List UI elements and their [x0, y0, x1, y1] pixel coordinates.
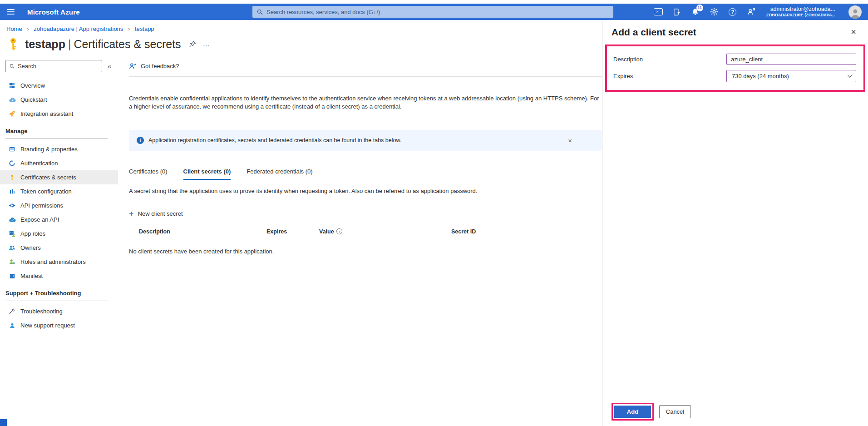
breadcrumb: Home › zohoadapazure | App registrations… [0, 20, 602, 33]
sidebar-item-api-permissions[interactable]: API permissions [0, 198, 118, 213]
cancel-button[interactable]: Cancel [659, 405, 691, 418]
app-roles-icon [8, 230, 16, 238]
col-expires: Expires [266, 228, 319, 235]
panel-title: Add a client secret [612, 27, 859, 38]
content-columns: « Overview Quickstart [0, 54, 602, 332]
nav-item-label: Quickstart [20, 96, 47, 103]
sidebar-item-roles-administrators[interactable]: Roles and administrators [0, 255, 118, 269]
account-menu[interactable]: administrator@zohoada... ZOHOADAPAZURE (… [766, 6, 835, 18]
global-search-input[interactable] [266, 9, 609, 15]
page-body: Home › zohoadapazure | App registrations… [0, 20, 868, 426]
settings-gear-icon[interactable] [710, 7, 719, 16]
token-bars-icon [8, 188, 16, 195]
overview-grid-icon [8, 82, 16, 89]
help-icon[interactable]: ? [728, 7, 737, 16]
directory-filter-icon[interactable] [672, 7, 681, 16]
tab-client-secrets[interactable]: Client secrets (0) [183, 168, 231, 180]
expires-selected-value: 730 days (24 months) [732, 73, 789, 79]
nav-item-label: New support request [20, 322, 75, 329]
collapse-nav-button[interactable]: « [108, 62, 111, 70]
nav-item-label: Owners [20, 244, 41, 251]
nav-item-label: Token configuration [20, 188, 72, 195]
sidebar-item-branding-properties[interactable]: Branding & properties [0, 142, 118, 156]
quickstart-cloud-icon [8, 96, 16, 104]
notifications-icon[interactable]: 11 [691, 7, 700, 16]
got-feedback-label: Got feedback? [141, 63, 179, 69]
add-client-secret-panel: Add a client secret × Description Expire… [602, 20, 868, 426]
notification-count-badge: 11 [696, 5, 703, 11]
breadcrumb-separator: › [128, 25, 130, 32]
nav-item-label: Roles and administrators [20, 258, 86, 265]
credentials-intro-text: Credentials enable confidential applicat… [129, 94, 602, 111]
support-person-icon [8, 322, 16, 329]
brand-title[interactable]: Microsoft Azure [27, 8, 80, 16]
value-info-icon[interactable]: i [336, 228, 342, 234]
sidebar-item-authentication[interactable]: Authentication [0, 156, 118, 170]
sidebar-item-certificates-secrets[interactable]: Certificates & secrets [0, 170, 118, 184]
portal-menu-button[interactable] [0, 4, 21, 20]
feedback-icon[interactable] [747, 7, 756, 16]
pin-icon[interactable] [189, 40, 196, 48]
new-client-secret-button[interactable]: + New client secret [129, 210, 183, 218]
nav-section-support: Support + Troubleshooting [5, 290, 108, 301]
sidebar-item-app-roles[interactable]: App roles [0, 227, 118, 241]
breadcrumb-testapp[interactable]: testapp [135, 25, 154, 32]
content-region: Home › zohoadapazure | App registrations… [0, 20, 602, 426]
page-title-section: Certificates & secrets [74, 38, 181, 50]
manifest-document-icon [8, 272, 16, 280]
panel-actions: Add Cancel [612, 403, 691, 421]
corner-widget [0, 419, 7, 426]
page-title-app: testapp [25, 38, 65, 50]
description-field-label: Description [613, 56, 726, 63]
nav-item-label: API permissions [20, 202, 63, 209]
got-feedback-button[interactable]: Got feedback? [129, 60, 179, 72]
sidebar-item-troubleshooting[interactable]: Troubleshooting [0, 304, 118, 318]
client-secret-description-text: A secret string that the application use… [129, 188, 602, 194]
expires-dropdown[interactable]: 730 days (24 months) [726, 70, 856, 82]
wrench-icon [8, 307, 16, 315]
avatar[interactable] [848, 5, 862, 19]
nav-item-label: App roles [20, 230, 45, 237]
credentials-tabs: Certificates (0) Client secrets (0) Fede… [129, 168, 602, 180]
expires-field-label: Expires [613, 73, 726, 79]
global-search-box[interactable] [252, 6, 613, 18]
info-banner-text: Application registration certificates, s… [148, 137, 401, 144]
nav-search-input[interactable] [18, 63, 98, 69]
col-value: Value i [319, 228, 451, 235]
nav-search-box[interactable] [5, 60, 102, 72]
key-icon [6, 37, 20, 51]
panel-close-icon[interactable]: × [851, 27, 856, 37]
page-title: testapp|Certificates & secrets [25, 38, 181, 51]
breadcrumb-separator: › [27, 25, 29, 32]
nav-list: Overview Quickstart Integration assistan… [5, 79, 118, 332]
nav-item-label: Authentication [20, 160, 58, 167]
sidebar-item-integration-assistant[interactable]: Integration assistant [0, 107, 118, 121]
sidebar-item-manifest[interactable]: Manifest [0, 269, 118, 283]
banner-close-icon[interactable]: × [568, 137, 572, 144]
sidebar-item-token-configuration[interactable]: Token configuration [0, 184, 118, 198]
sidebar-item-quickstart[interactable]: Quickstart [0, 93, 118, 107]
empty-table-message: No client secrets have been created for … [129, 248, 602, 255]
breadcrumb-app-registrations[interactable]: zohoadapazure | App registrations [34, 25, 123, 32]
expose-api-cloud-icon [8, 216, 16, 223]
more-options-button[interactable]: … [203, 40, 211, 48]
tab-federated-credentials[interactable]: Federated credentials (0) [247, 168, 312, 180]
sidebar-item-overview[interactable]: Overview [0, 79, 118, 93]
sidebar-item-new-support-request[interactable]: New support request [0, 318, 118, 332]
tab-certificates[interactable]: Certificates (0) [129, 168, 168, 180]
nav-item-label: Expose an API [20, 216, 59, 223]
sidebar-item-owners[interactable]: Owners [0, 241, 118, 255]
sidebar-item-expose-an-api[interactable]: Expose an API [0, 213, 118, 227]
add-button[interactable]: Add [614, 406, 651, 418]
account-email: administrator@zohoada... [766, 6, 835, 13]
nav-item-label: Integration assistant [20, 110, 73, 117]
chevron-down-icon [848, 73, 852, 78]
azure-top-bar: Microsoft Azure >_ 11 [0, 4, 868, 20]
col-secret-id: Secret ID [451, 228, 581, 235]
nav-section-manage: Manage [5, 128, 108, 139]
nav-item-label: Certificates & secrets [20, 174, 76, 181]
breadcrumb-home[interactable]: Home [6, 25, 22, 32]
key-icon [8, 173, 16, 181]
description-field-input[interactable] [726, 54, 856, 65]
cloud-shell-icon[interactable]: >_ [654, 7, 663, 16]
